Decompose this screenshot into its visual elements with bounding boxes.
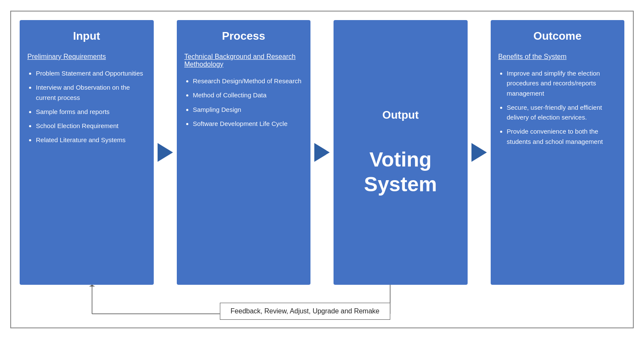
list-item: Sampling Design [193, 105, 303, 114]
arrow-2 [310, 143, 334, 162]
input-box: Input Preliminary Requirements Problem S… [20, 20, 154, 285]
process-subtitle: Technical Background and Research Method… [184, 53, 303, 68]
outcome-list: Improve and simplify the election proced… [498, 68, 617, 146]
outcome-title: Outcome [498, 29, 617, 43]
list-item: Method of Collecting Data [193, 90, 303, 100]
arrow-shape-3 [471, 143, 487, 162]
process-box: Process Technical Background and Researc… [177, 20, 311, 285]
list-item: Sample forms and reports [36, 107, 146, 117]
output-title: Output [382, 108, 419, 122]
arrow-3 [468, 143, 491, 162]
voting-line1: Voting [369, 148, 432, 171]
list-item: Provide convenience to both the students… [507, 126, 617, 146]
list-item: Problem Statement and Opportunities [36, 68, 146, 78]
list-item: Related Literature and Systems [36, 135, 146, 145]
process-title: Process [184, 29, 303, 43]
arrow-shape-2 [314, 143, 330, 162]
process-list: Research Design/Method of Research Metho… [184, 76, 303, 129]
output-center-text: Voting System [364, 147, 437, 196]
output-box: Output Voting System [334, 20, 468, 285]
outcome-subtitle: Benefits of the System [498, 53, 617, 61]
feedback-row: Feedback, Review, Adjust, Upgrade and Re… [20, 285, 624, 323]
voting-line2: System [364, 173, 437, 196]
list-item: School Election Requirement [36, 121, 146, 131]
list-item: Research Design/Method of Research [193, 76, 303, 86]
input-title: Input [27, 29, 146, 43]
list-item: Improve and simplify the election proced… [507, 68, 617, 98]
list-item: Software Development Life Cycle [193, 119, 303, 129]
feedback-label: Feedback, Review, Adjust, Upgrade and Re… [220, 303, 390, 320]
top-row: Input Preliminary Requirements Problem S… [20, 20, 624, 285]
outcome-box: Outcome Benefits of the System Improve a… [491, 20, 625, 285]
list-item: Secure, user-friendly and efficient deli… [507, 102, 617, 123]
arrow-shape-1 [158, 143, 173, 162]
svg-marker-1 [89, 285, 95, 286]
list-item: Interview and Observation on the current… [36, 82, 146, 102]
diagram-wrapper: Input Preliminary Requirements Problem S… [10, 11, 634, 328]
input-list: Problem Statement and Opportunities Inte… [27, 68, 146, 145]
input-subtitle: Preliminary Requirements [27, 53, 146, 61]
arrow-1 [154, 143, 177, 162]
